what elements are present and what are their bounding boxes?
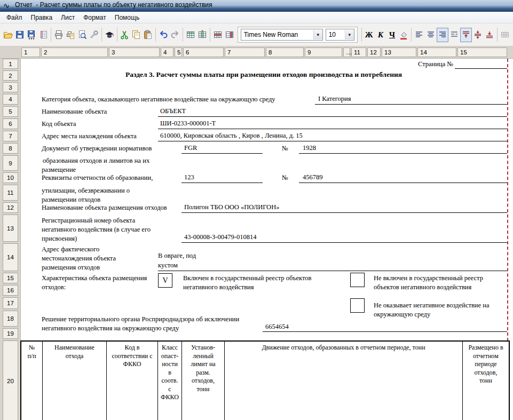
- row-header-2[interactable]: 2: [3, 70, 18, 81]
- column-header-2[interactable]: 2: [41, 47, 108, 57]
- open-button[interactable]: [2, 28, 14, 42]
- object-name-value[interactable]: ОБЪЕКТ: [160, 107, 186, 115]
- doc-value-2[interactable]: 1928: [303, 144, 316, 152]
- valign-top-button[interactable]: [460, 28, 472, 42]
- report-value-1[interactable]: 123: [184, 173, 194, 181]
- row-header-7[interactable]: 7: [3, 131, 18, 141]
- row-header-6[interactable]: 6: [3, 118, 18, 129]
- reg-value[interactable]: 43-00008-З-00479-010814: [184, 233, 256, 241]
- row-header-19[interactable]: 19: [3, 328, 18, 339]
- column-header-13[interactable]: 13: [382, 47, 416, 57]
- table-header-class[interactable]: Классопаст-ностивсоотв.сФККО: [158, 342, 182, 420]
- save-button[interactable]: [14, 28, 26, 42]
- table-header-npp[interactable]: №п/п: [21, 342, 43, 420]
- row-header-18[interactable]: 18: [3, 311, 18, 327]
- menu-item-file[interactable]: Файл: [2, 13, 27, 22]
- address-value[interactable]: 610000, Кировская область , Киров , Лени…: [160, 132, 303, 140]
- checkbox-no-impact[interactable]: [350, 298, 365, 313]
- row-header-13[interactable]: 13: [3, 215, 18, 242]
- chevron-down-icon[interactable]: ▼: [345, 30, 354, 39]
- table-header-limit-line: ленный: [182, 352, 224, 361]
- font-family-select[interactable]: Times New Roman▼: [241, 29, 323, 41]
- row-header-15[interactable]: 15: [3, 273, 18, 283]
- bold-button[interactable]: Ж: [363, 28, 375, 42]
- align-left-button[interactable]: [413, 28, 425, 42]
- settings-button[interactable]: [88, 28, 100, 42]
- cut-button[interactable]: [119, 28, 130, 42]
- menu-item-format[interactable]: Формат: [79, 13, 111, 22]
- decision-value[interactable]: 6654654: [265, 323, 289, 331]
- table-header-fkko[interactable]: Код всоответствии сФККО: [107, 342, 158, 420]
- column-header-11[interactable]: 11: [351, 47, 366, 57]
- insert-column-button[interactable]: [196, 28, 208, 42]
- wrap-text-button[interactable]: [448, 28, 460, 42]
- table-header-name[interactable]: Наименованиеотхода: [43, 342, 107, 420]
- column-header-4[interactable]: 4: [161, 47, 173, 57]
- column-header-7[interactable]: 7: [225, 47, 265, 57]
- row-header-1[interactable]: 1: [3, 59, 18, 69]
- valign-middle-button[interactable]: [472, 28, 484, 42]
- column-header-row: 123456789…1112131415: [0, 46, 513, 59]
- category-value[interactable]: I Категория: [318, 95, 351, 103]
- table-header-limit[interactable]: Установ-ленныйлимит наразм.отходов,тонн: [182, 342, 225, 420]
- column-header-8[interactable]: 8: [266, 47, 304, 57]
- menu-item-edit[interactable]: Правка: [27, 13, 57, 22]
- row-header-12[interactable]: 12: [3, 202, 18, 213]
- align-center-button[interactable]: [425, 28, 437, 42]
- table-header-placed[interactable]: Размещено вотчетномпериоде отходов,тонн: [463, 342, 509, 420]
- master-button[interactable]: [104, 28, 115, 42]
- delete-row-button[interactable]: [212, 28, 224, 42]
- column-header-1[interactable]: 1: [21, 47, 40, 57]
- menu-item-sheet[interactable]: Лист: [57, 13, 79, 22]
- column-header-3[interactable]: 3: [109, 47, 160, 57]
- delete-column-button[interactable]: [224, 28, 235, 42]
- align-right-button[interactable]: [437, 28, 448, 42]
- valign-bottom-button[interactable]: [484, 28, 495, 42]
- row-header-11[interactable]: 11: [3, 185, 18, 201]
- object-code-underline: [158, 129, 507, 129]
- row-header-17[interactable]: 17: [3, 297, 18, 309]
- italic-button[interactable]: К: [375, 28, 386, 42]
- row-header-5[interactable]: 5: [3, 106, 18, 117]
- checkbox-not-included[interactable]: [350, 273, 365, 287]
- checkbox-included[interactable]: V: [158, 273, 172, 288]
- row-header-9[interactable]: 9: [3, 155, 18, 171]
- column-header-6[interactable]: 6: [183, 47, 224, 57]
- undo-button[interactable]: [157, 28, 169, 42]
- object-code-value[interactable]: ШИ-0233-000001-Т: [160, 120, 216, 128]
- table-header-movement[interactable]: Движение отходов, образованных в отчетно…: [225, 342, 463, 420]
- column-header-12[interactable]: 12: [367, 47, 381, 57]
- insert-row-button[interactable]: [185, 28, 196, 42]
- save-as-button[interactable]: [26, 28, 37, 42]
- row-header-14[interactable]: 14: [3, 243, 18, 271]
- menu-item-help[interactable]: Помощь: [111, 13, 144, 22]
- print-button[interactable]: [53, 28, 65, 42]
- font-size-select[interactable]: 10▼: [326, 29, 354, 41]
- borders-button[interactable]: [499, 28, 511, 42]
- row-header-3[interactable]: 3: [3, 82, 18, 92]
- column-header-14[interactable]: 14: [417, 47, 456, 57]
- row-header-16[interactable]: 16: [3, 285, 18, 296]
- journal-button[interactable]: [37, 28, 49, 42]
- print-form-button[interactable]: [65, 28, 76, 42]
- column-header-…[interactable]: …: [343, 47, 350, 57]
- preview-button[interactable]: [76, 28, 88, 42]
- fill-color-button[interactable]: [398, 28, 409, 42]
- row-header-8[interactable]: 8: [3, 143, 18, 154]
- column-header-9[interactable]: 9: [305, 47, 342, 57]
- row-header-4[interactable]: 4: [3, 94, 18, 105]
- redo-button[interactable]: [169, 28, 181, 42]
- actual-value-2[interactable]: кустом: [158, 261, 178, 270]
- report-value-2[interactable]: 456789: [303, 173, 323, 181]
- row-header-10[interactable]: 10: [3, 172, 18, 183]
- column-header-15[interactable]: 15: [457, 47, 507, 57]
- actual-value-1[interactable]: В овраге, под: [158, 252, 196, 260]
- paste-button[interactable]: [142, 28, 154, 42]
- row-header-20[interactable]: 20: [3, 340, 18, 420]
- doc-value-1[interactable]: FGR: [184, 144, 197, 152]
- placement-value[interactable]: Полигон ТБО ООО «ПОЛИГОН»: [184, 203, 279, 211]
- copy-button[interactable]: [130, 28, 142, 42]
- underline-button[interactable]: Ч: [386, 28, 398, 42]
- column-header-5[interactable]: 5: [175, 47, 182, 57]
- chevron-down-icon[interactable]: ▼: [313, 30, 322, 39]
